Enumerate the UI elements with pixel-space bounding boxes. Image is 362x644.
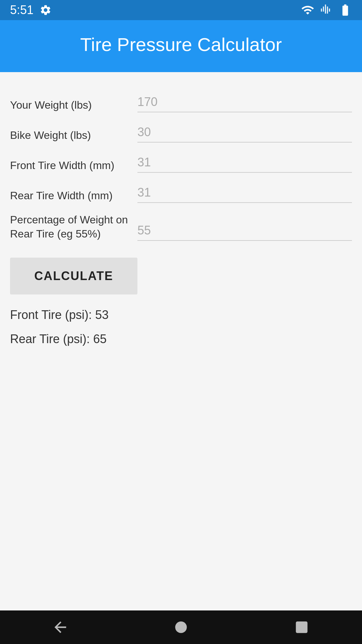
your-weight-row: Your Weight (lbs) (10, 86, 352, 116)
app-title: Tire Pressure Calculator (80, 34, 282, 55)
status-bar-left: 5:51 (10, 3, 52, 17)
your-weight-input[interactable] (137, 92, 352, 112)
bottom-nav (0, 610, 362, 644)
recents-button[interactable] (280, 615, 324, 639)
bike-weight-input-wrapper (137, 122, 352, 143)
recents-icon (293, 619, 310, 636)
weight-percentage-label: Percentage of Weight on Rear Tire (eg 55… (10, 213, 137, 241)
status-bar: 5:51 (0, 0, 362, 20)
status-bar-right (301, 3, 352, 17)
rear-tire-width-label: Rear Tire Width (mm) (10, 189, 137, 203)
front-tire-width-row: Front Tire Width (mm) (10, 146, 352, 176)
signal-icon (320, 4, 333, 16)
wifi-icon (301, 3, 314, 17)
bike-weight-input[interactable] (137, 122, 352, 143)
front-tire-width-input[interactable] (137, 153, 352, 173)
front-tire-width-input-wrapper (137, 153, 352, 173)
front-tire-width-label: Front Tire Width (mm) (10, 159, 137, 173)
home-icon (172, 619, 190, 636)
home-button[interactable] (159, 615, 203, 639)
main-content: Your Weight (lbs) Bike Weight (lbs) Fron… (0, 72, 362, 610)
back-icon (52, 619, 69, 636)
bike-weight-label: Bike Weight (lbs) (10, 128, 137, 143)
front-tire-result: Front Tire (psi): 53 (10, 308, 352, 322)
rear-tire-width-input[interactable] (137, 183, 352, 203)
weight-percentage-input-wrapper (137, 221, 352, 241)
svg-rect-1 (296, 622, 308, 633)
calculate-button[interactable]: CALCULATE (10, 258, 137, 294)
svg-point-0 (175, 622, 187, 633)
gear-icon (40, 4, 52, 16)
rear-tire-width-row: Rear Tire Width (mm) (10, 176, 352, 206)
battery-icon (339, 3, 352, 17)
your-weight-label: Your Weight (lbs) (10, 98, 137, 112)
back-button[interactable] (38, 615, 82, 639)
app-header: Tire Pressure Calculator (0, 20, 362, 72)
your-weight-input-wrapper (137, 92, 352, 112)
status-time: 5:51 (10, 3, 34, 17)
rear-tire-width-input-wrapper (137, 183, 352, 203)
rear-tire-result: Rear Tire (psi): 65 (10, 332, 352, 346)
results-section: Front Tire (psi): 53 Rear Tire (psi): 65 (10, 308, 352, 346)
bike-weight-row: Bike Weight (lbs) (10, 116, 352, 146)
weight-percentage-row: Percentage of Weight on Rear Tire (eg 55… (10, 206, 352, 244)
weight-percentage-input[interactable] (137, 221, 352, 241)
